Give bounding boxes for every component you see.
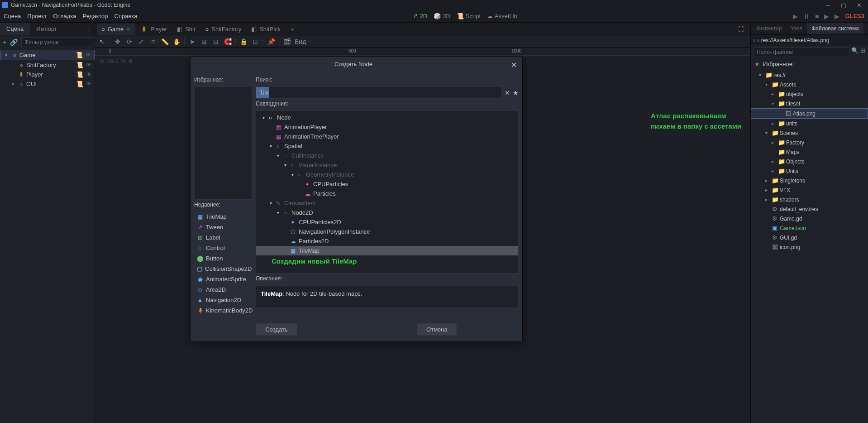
favorites-box — [194, 87, 252, 200]
recent-kinematicbody2d[interactable]: 🧍KinematicBody2D — [194, 305, 252, 316]
match-tilemap[interactable]: ▦TileMap — [256, 246, 518, 255]
favorites-label: Избранное: — [194, 75, 252, 85]
clear-search-button[interactable]: ✕ — [505, 89, 510, 96]
recent-list: ▦TileMap↗Tween⊞Label○Control⬤Button▢Coll… — [194, 212, 252, 316]
recent-label: Недавнее: — [194, 200, 252, 210]
recent-button[interactable]: ⬤Button — [194, 253, 252, 264]
description-box: TileMap: Node for 2D tile-based maps. — [256, 285, 519, 308]
match-spatial[interactable]: ▾○Spatial — [256, 141, 518, 151]
recent-collisionshape2d[interactable]: ▢CollisionShape2D — [194, 264, 252, 274]
recent-tween[interactable]: ↗Tween — [194, 222, 252, 232]
recent-control[interactable]: ○Control — [194, 243, 252, 253]
match-node2d[interactable]: ▾○Node2D — [256, 208, 518, 217]
recent-label[interactable]: ⊞Label — [194, 232, 252, 243]
match-geometryinstance[interactable]: ▾○GeometryInstance — [256, 170, 518, 179]
cancel-button[interactable]: Отмена — [417, 323, 457, 336]
create-node-dialog: Создать Node ✕ Избранное: Недавнее: ▦Til… — [190, 57, 523, 342]
annotation-tilemap: Создадим новый TileMap — [272, 257, 357, 265]
match-node[interactable]: ▾○Node — [256, 113, 518, 122]
annotation-atlas: Атлас распаковываемпихаем в папку с ассе… — [651, 111, 741, 131]
matches-tree: ▾○Node▦AnimationPlayer▦AnimationTreePlay… — [256, 111, 519, 274]
match-cullinstance[interactable]: ▾○CullInstance — [256, 151, 518, 160]
dialog-close-button[interactable]: ✕ — [511, 61, 517, 69]
recent-area2d[interactable]: ◇Area2D — [194, 284, 252, 295]
match-particles[interactable]: ☁Particles — [256, 189, 518, 198]
match-animationtreeplayer[interactable]: ▦AnimationTreePlayer — [256, 132, 518, 141]
match-cpuparticles[interactable]: ✦CPUParticles — [256, 179, 518, 189]
node-search-input[interactable] — [256, 87, 502, 99]
match-visualinstance[interactable]: ▾○VisualInstance — [256, 160, 518, 170]
match-navigationpolygoninstance[interactable]: ⬠NavigationPolygonInstance — [256, 227, 518, 236]
recent-tilemap[interactable]: ▦TileMap — [194, 212, 252, 222]
create-button[interactable]: Создать — [256, 323, 297, 336]
match-canvasitem[interactable]: ▾✎CanvasItem — [256, 198, 518, 208]
match-particles2d[interactable]: ☁Particles2D — [256, 236, 518, 246]
description-label: Описание: — [256, 274, 519, 284]
recent-animatedsprite[interactable]: ◉AnimatedSprite — [194, 274, 252, 284]
matches-label: Совпадения: — [256, 99, 519, 109]
favorite-toggle-button[interactable]: ★ — [513, 89, 519, 96]
match-cpuparticles2d[interactable]: ✦CPUParticles2D — [256, 217, 518, 227]
match-animationplayer[interactable]: ▦AnimationPlayer — [256, 122, 518, 132]
dialog-title: Создать Node — [196, 61, 511, 69]
dialog-overlay: Создать Node ✕ Избранное: Недавнее: ▦Til… — [0, 0, 868, 423]
recent-navigation2d[interactable]: ▲Navigation2D — [194, 295, 252, 305]
search-label: Поиск: — [256, 75, 519, 85]
